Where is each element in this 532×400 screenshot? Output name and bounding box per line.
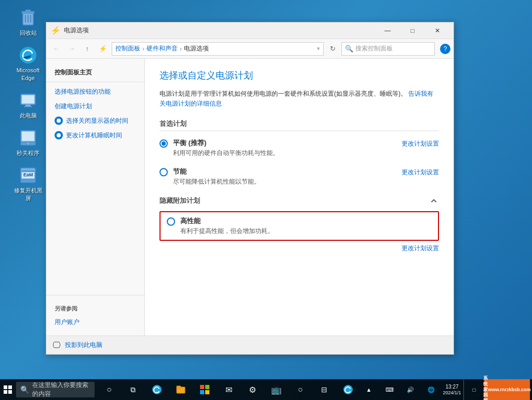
hidden-section-header: 隐藏附加计划	[159, 196, 439, 206]
tray-up-arrow[interactable]: ▲	[360, 379, 378, 400]
taskbar-settings-btn[interactable]: ⚙	[241, 379, 264, 400]
main-content: 选择或自定义电源计划 电源计划是用于管理计算机如何使用电源的一套硬件和系统设置(…	[145, 59, 454, 336]
shutdown-image	[18, 127, 38, 148]
recycle-bin-image	[18, 7, 38, 28]
svg-text:EaM: EaM	[23, 172, 33, 177]
sidebar-home: 控制面板主页	[46, 65, 144, 80]
taskbar-edge-btn[interactable]	[145, 379, 168, 400]
svg-rect-28	[177, 386, 181, 388]
this-pc-image	[18, 90, 38, 111]
hidden-section-label: 隐藏附加计划	[159, 196, 200, 205]
svg-rect-32	[205, 390, 209, 394]
sidebar-item-display-off-label: 选择关闭显示器的时间	[66, 116, 128, 125]
breadcrumb-dropdown[interactable]: ▾	[317, 45, 320, 52]
desktop: 回收站 MicrosoftEdge 此电脑	[0, 0, 532, 400]
main-desc-text: 电源计划是用于管理计算机如何使用电源的一套硬件和系统设置(如显示器亮度、睡眠等)…	[159, 90, 407, 97]
refresh-button[interactable]: ↻	[326, 42, 339, 56]
sidebar-item-user-account[interactable]: 用户账户	[46, 315, 144, 329]
high-perf-plan-box: 高性能 有利于提高性能，但会增加功耗。	[159, 211, 439, 241]
address-icon: ⚡	[96, 42, 110, 56]
window-body: 控制面板主页 选择电源按钮的功能 创建电源计划 选择关闭显示器的时间	[46, 59, 454, 336]
tray-clock[interactable]: 13:27 2024/1/1	[443, 379, 461, 400]
restore-icon[interactable]: EaM 修复开机黑屏	[9, 163, 47, 204]
preferred-section-label: 首选计划	[159, 119, 439, 131]
plan-info-power-save: 节能 尽可能降低计算机性能以节能。	[173, 167, 402, 186]
plan-change-high-perf[interactable]: 更改计划设置	[402, 244, 439, 253]
taskbar-right: ▲ ⌨ 🔊 🌐 13:27 2024/1/1 □ 系统家园网 www.rnrzk…	[360, 379, 532, 400]
plan-change-balanced[interactable]: 更改计划设置	[402, 139, 439, 148]
plan-item-power-save: 节能 尽可能降低计算机性能以节能。 更改计划设置	[159, 167, 439, 186]
edge-label: MicrosoftEdge	[17, 67, 40, 82]
collapse-button[interactable]	[429, 196, 439, 206]
up-button[interactable]: ↑	[81, 42, 94, 56]
svg-rect-1	[22, 11, 34, 14]
recycle-bin-icon[interactable]: 回收站	[9, 5, 47, 38]
address-path[interactable]: 控制面板 › 硬件和声音 › 电源选项 ▾	[112, 42, 324, 56]
sidebar-item-power-btn[interactable]: 选择电源按钮的功能	[46, 84, 144, 99]
taskbar-search-icon: 🔍	[20, 385, 29, 394]
taskbar-task-view[interactable]: ⧉	[122, 379, 144, 400]
breadcrumb-sep1: ›	[142, 45, 144, 53]
window-titlebar: ⚡ 电源选项 — □ ✕	[46, 22, 454, 39]
tray-network[interactable]: 🌐	[422, 379, 441, 400]
restore-image: EaM	[18, 165, 38, 186]
tray-volume[interactable]: 🔊	[401, 379, 420, 400]
svg-rect-8	[22, 95, 34, 104]
sidebar-item-sleep-time[interactable]: 更改计算机睡眠时间	[46, 128, 144, 143]
sidebar-item-display-off[interactable]: 选择关闭显示器的时间	[46, 113, 144, 128]
tray-keyboard[interactable]: ⌨	[380, 379, 399, 400]
window-title-icon: ⚡	[50, 25, 61, 35]
svg-rect-23	[8, 385, 12, 389]
taskbar-search2[interactable]: ○	[289, 379, 312, 400]
sidebar-item-create-plan[interactable]: 创建电源计划	[46, 99, 144, 113]
restore-label: 修复开机黑屏	[11, 187, 45, 202]
minimize-button[interactable]: —	[376, 22, 400, 39]
svg-rect-10	[24, 106, 32, 107]
plan-radio-power-save[interactable]	[159, 168, 168, 176]
plan-item-high-perf: 高性能 有利于提高性能，但会增加功耗。	[167, 216, 432, 236]
maximize-button[interactable]: □	[401, 22, 424, 39]
taskbar-snap[interactable]: ⊟	[313, 379, 336, 400]
footer-projection-link[interactable]: 投影到此电脑	[65, 341, 102, 350]
taskbar-store-btn[interactable]	[193, 379, 216, 400]
svg-rect-24	[4, 390, 7, 394]
taskbar-edge2-btn[interactable]	[337, 379, 360, 400]
taskbar-search-placeholder: 在这里输入你要搜索的内容	[32, 381, 90, 398]
svg-rect-22	[4, 385, 7, 389]
start-button[interactable]	[0, 379, 16, 400]
tray-show-desktop[interactable]: □	[463, 379, 482, 400]
taskbar-explorer-btn[interactable]	[169, 379, 192, 400]
plan-name-balanced: 平衡 (推荐)	[173, 138, 402, 148]
window-title-text: 电源选项	[64, 26, 376, 35]
plan-radio-high-perf[interactable]	[167, 217, 175, 226]
shutdown-icon[interactable]: 秒关程序	[9, 125, 47, 159]
edge-icon[interactable]: MicrosoftEdge	[9, 43, 47, 84]
taskbar-tv-btn[interactable]: 📺	[265, 379, 288, 400]
back-button[interactable]: ←	[49, 42, 63, 56]
this-pc-label: 此电脑	[20, 112, 37, 119]
close-button[interactable]: ✕	[425, 22, 449, 39]
plan-item-balanced: 平衡 (推荐) 利用可用的硬件自动平衡功耗与性能。 更改计划设置	[159, 138, 439, 158]
taskbar-search[interactable]: 🔍 在这里输入你要搜索的内容	[16, 382, 95, 397]
edge-image	[18, 45, 38, 66]
this-pc-icon[interactable]: 此电脑	[9, 88, 47, 121]
svg-rect-29	[200, 385, 204, 389]
plan-radio-balanced[interactable]	[159, 139, 168, 148]
svg-point-20	[57, 119, 61, 123]
window-controls: — □ ✕	[376, 22, 449, 39]
breadcrumb-hw[interactable]: 硬件和声音	[147, 44, 178, 53]
breadcrumb-home[interactable]: 控制面板	[115, 44, 140, 53]
power-options-window: ⚡ 电源选项 — □ ✕ ← → ↑ ⚡ 控制面板 › 硬件和声音 › 电源选项…	[46, 22, 454, 355]
logo-line2: www.rnrzkbsb.com	[488, 387, 530, 393]
taskbar-cortana[interactable]: ○	[98, 379, 121, 400]
plan-change-power-save[interactable]: 更改计划设置	[402, 168, 439, 177]
search-box[interactable]: 🔍 搜索控制面板	[341, 42, 435, 56]
start-icon	[3, 385, 12, 394]
svg-rect-18	[21, 179, 35, 183]
taskbar-mail-btn[interactable]: ✉	[217, 379, 240, 400]
forward-button[interactable]: →	[65, 42, 78, 56]
recycle-bin-label: 回收站	[20, 29, 37, 36]
help-button[interactable]: ?	[440, 44, 450, 54]
window-footer: 🖵 投影到此电脑	[46, 336, 454, 354]
plan-info-high-perf: 高性能 有利于提高性能，但会增加功耗。	[180, 216, 432, 236]
